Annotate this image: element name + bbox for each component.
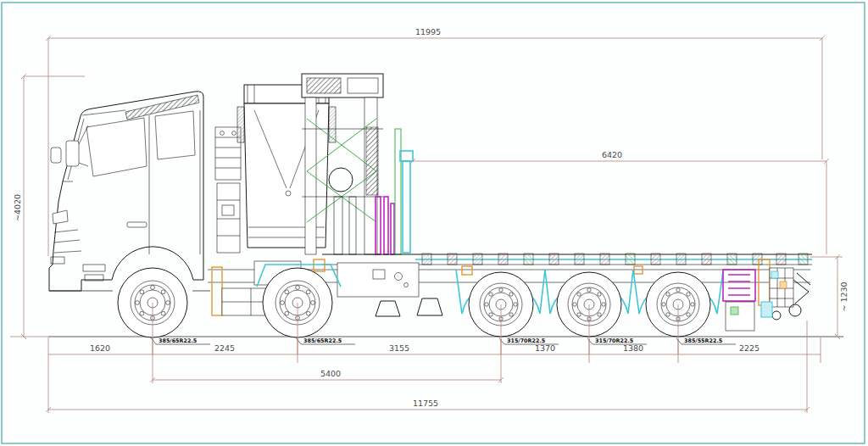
dim-front-overhang: 1620 — [90, 343, 110, 353]
tire-label-axle5: 385/55R22.5 — [684, 337, 722, 344]
dim-rear-overhang: 2225 — [739, 343, 760, 353]
dimension-lines: 11995 6420 ~4020 ~ 1230 1620 2245 3155 1… — [10, 27, 849, 413]
tire-labels: 385/65R22.5 385/65R22.5 315/70R22.5 315/… — [151, 337, 736, 344]
dim-overall-height: ~4020 — [13, 194, 22, 221]
orange-bracket — [462, 266, 472, 275]
spot-mirror — [51, 148, 61, 163]
magenta-cylinder — [384, 197, 388, 254]
orange-bracket — [634, 266, 643, 274]
dim-axle1-axle2: 2245 — [214, 343, 235, 353]
tire-label-axle1: 385/65R22.5 — [159, 337, 197, 344]
truck-cab — [49, 92, 210, 291]
magenta-equipment — [723, 270, 755, 331]
dim-axle3-axle4: 1370 — [535, 343, 555, 353]
headlight — [53, 210, 68, 224]
support-stands — [376, 298, 442, 316]
truck-technical-drawing: 385/65R22.5 385/65R22.5 315/70R22.5 315/… — [0, 0, 868, 446]
tire-label-axle2: 385/65R22.5 — [303, 337, 342, 344]
quarter-window — [155, 111, 195, 159]
orange-exhaust — [212, 267, 222, 315]
magenta-cylinder — [391, 203, 394, 254]
dim-axle2-axle3: 3155 — [389, 343, 409, 353]
rear-underrun-device — [759, 259, 810, 320]
dim-axle4-axle5: 1380 — [623, 343, 643, 353]
door-handle — [127, 222, 147, 227]
equipment-column — [217, 183, 240, 253]
hopper-tank — [237, 85, 336, 248]
stabilizer-post — [400, 151, 413, 253]
crane-assembly — [215, 74, 413, 254]
cooler-box — [215, 127, 241, 180]
door-window — [86, 118, 147, 176]
dim-body-length: 6420 — [602, 150, 622, 159]
sheet-border — [2, 3, 865, 443]
dim-top-overall: 11995 — [415, 27, 441, 36]
toolbox — [337, 263, 419, 297]
dim-rear-deck-height: ~ 1230 — [839, 282, 849, 311]
drawing-canvas: 385/65R22.5 385/65R22.5 315/70R22.5 315/… — [0, 0, 868, 446]
green-cylinder — [395, 129, 401, 254]
dim-bottom-overall: 11755 — [413, 399, 438, 408]
main-mirror — [66, 141, 79, 166]
dim-wheelbase: 5400 — [320, 369, 341, 378]
